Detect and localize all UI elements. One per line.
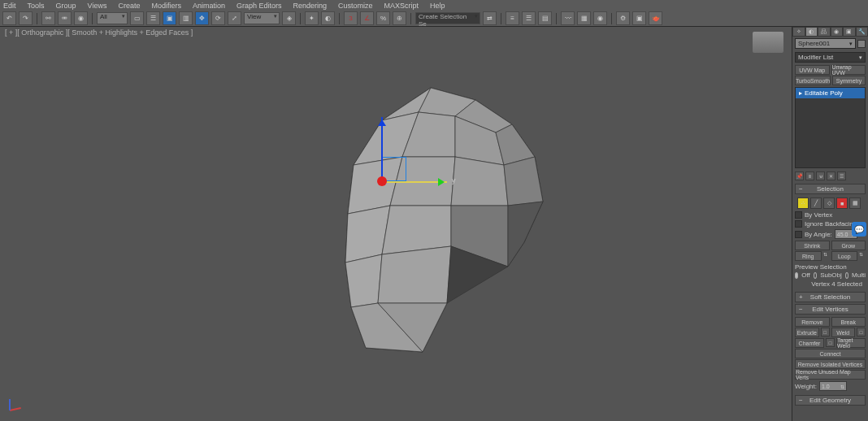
rollout-edit-geometry[interactable]: Edit Geometry <box>795 395 866 406</box>
weld-settings-icon[interactable]: □ <box>857 328 866 336</box>
connect-button[interactable]: Connect <box>795 349 866 358</box>
shrink-button[interactable]: Shrink <box>795 241 830 250</box>
object-name-field[interactable]: Sphere001 <box>795 38 856 49</box>
weld-button[interactable]: Weld <box>831 328 856 337</box>
menu-tools[interactable]: Tools <box>28 2 45 10</box>
subobj-edge-icon[interactable]: ╱ <box>810 197 822 209</box>
loop-button[interactable]: Loop <box>831 251 858 261</box>
rendered-frame-icon[interactable]: ▣ <box>632 11 646 25</box>
keymode-icon[interactable]: ◐ <box>321 11 335 25</box>
layer-manager-icon[interactable]: ▤ <box>538 11 552 25</box>
remove-mod-icon[interactable]: ✕ <box>827 171 835 180</box>
rollout-selection[interactable]: Selection <box>795 184 866 194</box>
refcoord-combo[interactable]: View <box>244 12 280 24</box>
render-setup-icon[interactable]: ⚙ <box>616 11 630 25</box>
select-scale-icon[interactable]: ⤢ <box>228 11 241 25</box>
bind-icon[interactable]: ◉ <box>74 11 88 25</box>
unwrap-uvw-button[interactable]: Unwrap UVW <box>831 65 866 75</box>
select-rect-icon[interactable]: ▣ <box>163 11 176 25</box>
symmetry-button[interactable]: Symmetry <box>832 76 866 85</box>
menu-animation[interactable]: Animation <box>193 2 225 10</box>
viewport[interactable]: [ + ][ Orthographic ][ Smooth + Highligh… <box>0 27 792 421</box>
tab-hierarchy[interactable]: 品 <box>818 27 831 37</box>
select-name-icon[interactable]: ☰ <box>146 11 160 25</box>
menu-help[interactable]: Help <box>430 2 445 10</box>
subobj-border-icon[interactable]: ◇ <box>823 197 835 209</box>
preview-multi-radio[interactable] <box>845 272 848 279</box>
by-vertex-checkbox[interactable] <box>795 211 802 219</box>
unlink-icon[interactable]: ⚮ <box>58 11 72 25</box>
select-rotate-icon[interactable]: ⟳ <box>211 11 225 25</box>
tab-motion[interactable]: ◉ <box>831 27 844 37</box>
align-icon[interactable]: ≡ <box>506 11 519 25</box>
chamfer-settings-icon[interactable]: □ <box>826 338 835 347</box>
tab-utilities[interactable]: 🔧 <box>856 27 869 37</box>
rollout-soft-selection[interactable]: Soft Selection <box>795 292 866 302</box>
break-button[interactable]: Break <box>831 317 866 327</box>
make-unique-icon[interactable]: ⊌ <box>816 171 825 180</box>
menu-maxscript[interactable]: MAXScript <box>384 2 419 10</box>
menu-grapheditors[interactable]: Graph Editors <box>237 2 282 10</box>
extrude-settings-icon[interactable]: □ <box>821 328 830 336</box>
menu-group[interactable]: Group <box>56 2 76 10</box>
preview-subobj-radio[interactable] <box>814 272 817 279</box>
target-weld-button[interactable]: Target Weld <box>836 338 866 348</box>
subobj-polygon-icon[interactable]: ■ <box>836 197 848 209</box>
weight-spinner[interactable]: 1.0 <box>819 381 847 391</box>
modifier-list-combo[interactable]: Modifier List <box>795 52 866 63</box>
rollout-edit-vertices[interactable]: Edit Vertices <box>795 304 866 315</box>
subobj-element-icon[interactable]: ▦ <box>849 197 861 209</box>
spinner-snap-icon[interactable]: ⊕ <box>393 11 406 25</box>
selection-filter-combo[interactable]: All <box>97 12 128 24</box>
link-icon[interactable]: ⚯ <box>41 11 55 25</box>
select-icon[interactable]: ▭ <box>130 11 144 25</box>
remove-unused-map-button[interactable]: Remove Unused Map Verts <box>795 370 866 380</box>
menu-views[interactable]: Views <box>88 2 107 10</box>
ignore-backfacing-checkbox[interactable] <box>795 220 802 228</box>
viewport-label[interactable]: [ + ][ Orthographic ][ Smooth + Highligh… <box>5 28 193 37</box>
curve-editor-icon[interactable]: 〰 <box>561 11 575 25</box>
grow-button[interactable]: Grow <box>831 241 866 250</box>
schematic-icon[interactable]: ▦ <box>577 11 591 25</box>
show-result-icon[interactable]: Ⅱ <box>805 171 814 180</box>
tab-display[interactable]: ▣ <box>843 27 856 37</box>
viewcube-icon[interactable] <box>753 32 783 53</box>
remove-button[interactable]: Remove <box>795 317 830 327</box>
manipulate-icon[interactable]: ✦ <box>305 11 319 25</box>
tab-create[interactable]: ✧ <box>792 27 805 37</box>
menu-rendering[interactable]: Rendering <box>293 2 328 10</box>
mirror-icon[interactable]: ⇄ <box>483 11 497 25</box>
remove-isolated-button[interactable]: Remove Isolated Vertices <box>795 359 866 369</box>
help-icon[interactable]: 💬 <box>852 222 866 237</box>
undo-icon[interactable]: ↶ <box>2 11 16 25</box>
configure-icon[interactable]: ☰ <box>837 171 846 180</box>
pivot-icon[interactable]: ◈ <box>282 11 296 25</box>
menu-customize[interactable]: Customize <box>338 2 373 10</box>
snap-icon[interactable]: 3 <box>344 11 358 25</box>
menu-create[interactable]: Create <box>118 2 140 10</box>
turbosmooth-button[interactable]: TurboSmooth <box>795 76 831 85</box>
poly-model[interactable]: y <box>333 84 561 360</box>
window-crossing-icon[interactable]: ▥ <box>179 11 193 25</box>
layers-icon[interactable]: ☰ <box>522 11 536 25</box>
gizmo-z-axis[interactable] <box>381 117 383 182</box>
uvw-map-button[interactable]: UVW Map <box>795 65 830 75</box>
ring-button[interactable]: Ring <box>795 251 822 261</box>
select-move-icon[interactable]: ✥ <box>195 11 209 25</box>
gizmo-y-axis[interactable] <box>382 181 447 183</box>
preview-off-radio[interactable] <box>795 272 798 279</box>
tab-modify[interactable]: ◐ <box>805 27 818 37</box>
menu-modifiers[interactable]: Modifiers <box>151 2 181 10</box>
render-icon[interactable]: 🫖 <box>649 11 662 25</box>
material-editor-icon[interactable]: ◉ <box>593 11 607 25</box>
modifier-stack[interactable]: ▸ Editable Poly <box>795 87 866 168</box>
named-selection-combo[interactable]: Create Selection Se <box>415 12 480 24</box>
color-swatch[interactable] <box>857 40 866 48</box>
by-angle-checkbox[interactable] <box>795 231 802 238</box>
menu-edit[interactable]: Edit <box>3 2 16 10</box>
stack-editable-poly[interactable]: ▸ Editable Poly <box>796 88 865 98</box>
percent-snap-icon[interactable]: % <box>376 11 390 25</box>
extrude-button[interactable]: Extrude <box>795 328 819 337</box>
chamfer-button[interactable]: Chamfer <box>795 338 824 348</box>
angle-snap-icon[interactable]: ∠ <box>360 11 374 25</box>
